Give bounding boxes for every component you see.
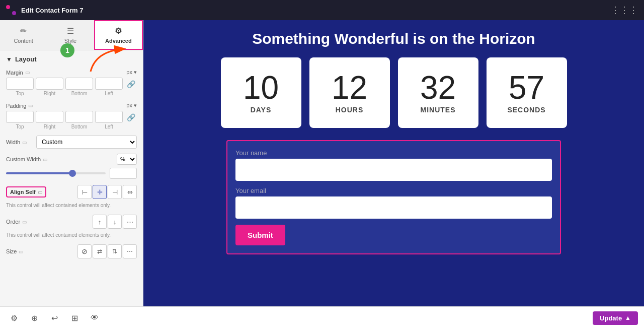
grid-icon[interactable]: ⋮⋮⋮ <box>611 5 638 16</box>
align-self-hint: This control will affect contained eleme… <box>6 202 137 209</box>
page-title: Edit Contact Form 7 <box>21 7 606 14</box>
margin-inputs: 0 0 0 0 <box>6 78 123 90</box>
step-badge: 1 <box>60 43 74 57</box>
responsive-icon-cw: ▭ <box>43 157 47 162</box>
bottom-toolbar: ⚙ ⊕ ↩ ⊞ 👁 Update ▲ <box>0 306 644 329</box>
margin-bottom[interactable]: 0 <box>65 78 93 90</box>
width-label: Width ▭ <box>6 139 36 145</box>
email-input[interactable] <box>235 196 552 219</box>
name-field-wrap: Your name <box>235 149 552 181</box>
order-down-button[interactable]: ↓ <box>108 215 122 229</box>
align-center-button[interactable]: ✛ <box>93 185 107 199</box>
slider-fill <box>6 172 72 174</box>
align-stretch-button[interactable]: ⇔ <box>123 185 137 199</box>
align-self-label: Align Self ▭ <box>6 186 46 198</box>
logo-icon <box>6 5 16 15</box>
margin-label: Margin ▭ px ▾ <box>6 69 137 76</box>
padding-bottom[interactable] <box>65 111 93 123</box>
padding-labels: Top Right Bottom Left <box>6 124 137 129</box>
order-row: Order ▭ ↑ ↓ ⋯ <box>6 215 137 229</box>
responsive-icon-size: ▭ <box>19 249 23 254</box>
slider-track[interactable] <box>6 172 106 174</box>
margin-top[interactable]: 0 <box>6 78 34 90</box>
hours-label: HOURS <box>336 106 364 114</box>
template-tool-button[interactable]: ⊞ <box>66 310 83 326</box>
slider-thumb[interactable] <box>69 170 76 177</box>
update-chevron-icon: ▲ <box>625 314 631 321</box>
link-icon-padding[interactable]: 🔗 <box>125 112 137 122</box>
update-button[interactable]: Update ▲ <box>593 311 638 325</box>
padding-field: Padding ▭ px ▾ <box>6 102 137 129</box>
size-label: Size ▭ <box>6 248 36 254</box>
align-buttons: ⊢ ✛ ⊣ ⇔ <box>77 185 137 199</box>
name-input[interactable] <box>235 159 552 181</box>
size-buttons: ⊘ ⇄ ⇅ ⋯ <box>77 244 137 258</box>
hours-number: 12 <box>332 72 367 104</box>
padding-label: Padding ▭ px ▾ <box>6 102 137 109</box>
minutes-number: 32 <box>420 72 456 104</box>
size-v-button[interactable]: ⇅ <box>108 244 122 258</box>
left-panel: ✏ Content ☰ Style ⚙ Advanced ▼ Layout <box>0 20 143 306</box>
layout-section-header[interactable]: ▼ Layout <box>6 55 137 63</box>
link-icon[interactable]: 🔗 <box>125 79 137 89</box>
custom-width-label: Custom Width ▭ <box>6 156 51 162</box>
align-end-button[interactable]: ⊣ <box>108 185 122 199</box>
padding-right[interactable] <box>36 111 63 123</box>
size-more-button[interactable]: ⋯ <box>123 244 137 258</box>
tab-advanced[interactable]: ⚙ Advanced <box>94 20 143 50</box>
margin-left[interactable]: 0 <box>95 78 123 90</box>
content-icon: ✏ <box>20 26 27 36</box>
seconds-number: 57 <box>509 72 544 104</box>
settings-tool-button[interactable]: ⚙ <box>6 310 22 326</box>
size-none-button[interactable]: ⊘ <box>77 244 92 258</box>
collapse-handle[interactable]: ‹ <box>143 153 143 173</box>
minutes-label: MINUTES <box>421 106 456 114</box>
email-field-wrap: Your email <box>235 187 552 219</box>
top-bar: Edit Contact Form 7 ⋮⋮⋮ <box>0 0 644 20</box>
countdown-seconds: 57 SECONDS <box>487 57 567 128</box>
order-up-button[interactable]: ↑ <box>93 215 107 229</box>
margin-field: Margin ▭ px ▾ 0 0 0 0 <box>6 69 137 96</box>
padding-inputs <box>6 111 123 123</box>
size-h-button[interactable]: ⇄ <box>93 244 107 258</box>
responsive-icon-order: ▭ <box>22 219 27 225</box>
tab-content[interactable]: ✏ Content <box>0 20 47 50</box>
advanced-icon: ⚙ <box>115 26 122 36</box>
preview-tool-button[interactable]: 👁 <box>87 310 103 326</box>
align-start-button[interactable]: ⊢ <box>77 185 92 199</box>
order-buttons: ↑ ↓ ⋯ <box>93 215 137 229</box>
countdown-hours: 12 HOURS <box>309 57 390 128</box>
margin-labels: Top Right Bottom Left <box>6 91 137 96</box>
order-label: Order ▭ <box>6 219 36 225</box>
countdown-minutes: 32 MINUTES <box>398 57 478 128</box>
width-row: Width ▭ Custom Default Full Width <box>6 136 137 149</box>
submit-button[interactable]: Submit <box>235 225 285 245</box>
custom-width-value[interactable]: 66.6 <box>110 168 137 179</box>
chevron-down-icon: ▼ <box>6 56 12 63</box>
responsive-icon-padding: ▭ <box>28 103 33 108</box>
history-tool-button[interactable]: ↩ <box>46 310 62 326</box>
seconds-label: SECONDS <box>507 106 545 114</box>
countdown-days: 10 DAYS <box>221 57 301 128</box>
padding-left[interactable] <box>95 111 123 123</box>
align-self-row: Align Self ▭ ⊢ ✛ ⊣ ⇔ <box>6 185 137 199</box>
size-row: Size ▭ ⊘ ⇄ ⇅ ⋯ <box>6 244 137 258</box>
responsive-icon-align: ▭ <box>38 189 42 195</box>
contact-form: Your name Your email Submit <box>226 140 561 254</box>
page-heading: Something Wonderful is on the Horizon <box>252 30 535 47</box>
order-more-button[interactable]: ⋯ <box>123 215 137 229</box>
responsive-icon: ▭ <box>25 70 30 75</box>
panel-body: ▼ Layout Margin ▭ px ▾ <box>0 50 143 306</box>
width-select[interactable]: Custom Default Full Width <box>36 136 137 149</box>
right-content: Something Wonderful is on the Horizon 10… <box>143 20 644 306</box>
countdown: 10 DAYS 12 HOURS 32 MINUTES 57 SECONDS <box>221 57 567 128</box>
style-icon: ☰ <box>67 26 74 36</box>
days-label: DAYS <box>251 106 272 114</box>
custom-width-slider-row: 66.6 <box>6 168 137 179</box>
padding-top[interactable] <box>6 111 34 123</box>
margin-right[interactable]: 0 <box>36 78 63 90</box>
custom-width-unit[interactable]: % px vw <box>117 154 137 165</box>
days-number: 10 <box>243 72 279 104</box>
order-hint: This control will affect contained eleme… <box>6 232 137 238</box>
layers-tool-button[interactable]: ⊕ <box>26 310 42 326</box>
